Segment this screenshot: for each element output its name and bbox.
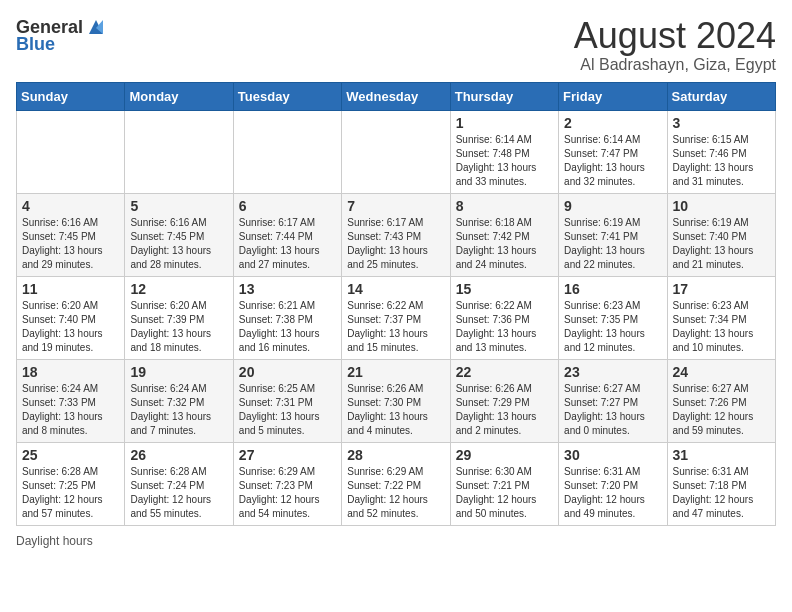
calendar-cell: 14Sunrise: 6:22 AM Sunset: 7:37 PM Dayli…: [342, 276, 450, 359]
calendar-cell: 11Sunrise: 6:20 AM Sunset: 7:40 PM Dayli…: [17, 276, 125, 359]
calendar-cell: 7Sunrise: 6:17 AM Sunset: 7:43 PM Daylig…: [342, 193, 450, 276]
day-number: 4: [22, 198, 119, 214]
day-number: 8: [456, 198, 553, 214]
day-number: 18: [22, 364, 119, 380]
day-number: 25: [22, 447, 119, 463]
calendar-cell: 19Sunrise: 6:24 AM Sunset: 7:32 PM Dayli…: [125, 359, 233, 442]
subtitle: Al Badrashayn, Giza, Egypt: [574, 56, 776, 74]
day-info: Sunrise: 6:25 AM Sunset: 7:31 PM Dayligh…: [239, 382, 336, 438]
day-number: 20: [239, 364, 336, 380]
calendar-cell: 2Sunrise: 6:14 AM Sunset: 7:47 PM Daylig…: [559, 110, 667, 193]
day-number: 5: [130, 198, 227, 214]
calendar-cell: 18Sunrise: 6:24 AM Sunset: 7:33 PM Dayli…: [17, 359, 125, 442]
calendar-cell: 20Sunrise: 6:25 AM Sunset: 7:31 PM Dayli…: [233, 359, 341, 442]
day-header-wednesday: Wednesday: [342, 82, 450, 110]
day-number: 19: [130, 364, 227, 380]
calendar-cell: 17Sunrise: 6:23 AM Sunset: 7:34 PM Dayli…: [667, 276, 775, 359]
day-number: 10: [673, 198, 770, 214]
day-info: Sunrise: 6:24 AM Sunset: 7:32 PM Dayligh…: [130, 382, 227, 438]
day-info: Sunrise: 6:29 AM Sunset: 7:23 PM Dayligh…: [239, 465, 336, 521]
day-info: Sunrise: 6:15 AM Sunset: 7:46 PM Dayligh…: [673, 133, 770, 189]
calendar-week-4: 18Sunrise: 6:24 AM Sunset: 7:33 PM Dayli…: [17, 359, 776, 442]
calendar-week-3: 11Sunrise: 6:20 AM Sunset: 7:40 PM Dayli…: [17, 276, 776, 359]
day-number: 11: [22, 281, 119, 297]
day-info: Sunrise: 6:31 AM Sunset: 7:18 PM Dayligh…: [673, 465, 770, 521]
day-number: 31: [673, 447, 770, 463]
day-header-monday: Monday: [125, 82, 233, 110]
calendar-cell: 28Sunrise: 6:29 AM Sunset: 7:22 PM Dayli…: [342, 442, 450, 525]
day-number: 3: [673, 115, 770, 131]
main-title: August 2024: [574, 16, 776, 56]
day-info: Sunrise: 6:23 AM Sunset: 7:35 PM Dayligh…: [564, 299, 661, 355]
calendar-cell: [17, 110, 125, 193]
day-info: Sunrise: 6:28 AM Sunset: 7:24 PM Dayligh…: [130, 465, 227, 521]
day-info: Sunrise: 6:16 AM Sunset: 7:45 PM Dayligh…: [22, 216, 119, 272]
day-info: Sunrise: 6:17 AM Sunset: 7:43 PM Dayligh…: [347, 216, 444, 272]
day-number: 22: [456, 364, 553, 380]
calendar-cell: [342, 110, 450, 193]
day-number: 15: [456, 281, 553, 297]
day-info: Sunrise: 6:23 AM Sunset: 7:34 PM Dayligh…: [673, 299, 770, 355]
calendar-cell: 10Sunrise: 6:19 AM Sunset: 7:40 PM Dayli…: [667, 193, 775, 276]
logo-blue: Blue: [16, 34, 55, 55]
day-info: Sunrise: 6:17 AM Sunset: 7:44 PM Dayligh…: [239, 216, 336, 272]
calendar-cell: 31Sunrise: 6:31 AM Sunset: 7:18 PM Dayli…: [667, 442, 775, 525]
day-info: Sunrise: 6:20 AM Sunset: 7:40 PM Dayligh…: [22, 299, 119, 355]
logo: General Blue: [16, 16, 107, 55]
calendar-cell: 25Sunrise: 6:28 AM Sunset: 7:25 PM Dayli…: [17, 442, 125, 525]
day-header-friday: Friday: [559, 82, 667, 110]
calendar-week-2: 4Sunrise: 6:16 AM Sunset: 7:45 PM Daylig…: [17, 193, 776, 276]
calendar-cell: 22Sunrise: 6:26 AM Sunset: 7:29 PM Dayli…: [450, 359, 558, 442]
day-info: Sunrise: 6:19 AM Sunset: 7:40 PM Dayligh…: [673, 216, 770, 272]
day-info: Sunrise: 6:22 AM Sunset: 7:36 PM Dayligh…: [456, 299, 553, 355]
calendar-cell: 23Sunrise: 6:27 AM Sunset: 7:27 PM Dayli…: [559, 359, 667, 442]
day-number: 30: [564, 447, 661, 463]
logo-icon: [85, 16, 107, 38]
day-info: Sunrise: 6:22 AM Sunset: 7:37 PM Dayligh…: [347, 299, 444, 355]
calendar-cell: 15Sunrise: 6:22 AM Sunset: 7:36 PM Dayli…: [450, 276, 558, 359]
calendar-cell: 24Sunrise: 6:27 AM Sunset: 7:26 PM Dayli…: [667, 359, 775, 442]
day-info: Sunrise: 6:14 AM Sunset: 7:47 PM Dayligh…: [564, 133, 661, 189]
calendar-cell: 1Sunrise: 6:14 AM Sunset: 7:48 PM Daylig…: [450, 110, 558, 193]
day-header-sunday: Sunday: [17, 82, 125, 110]
day-number: 12: [130, 281, 227, 297]
day-info: Sunrise: 6:16 AM Sunset: 7:45 PM Dayligh…: [130, 216, 227, 272]
calendar-cell: [233, 110, 341, 193]
calendar-cell: 29Sunrise: 6:30 AM Sunset: 7:21 PM Dayli…: [450, 442, 558, 525]
calendar-cell: 12Sunrise: 6:20 AM Sunset: 7:39 PM Dayli…: [125, 276, 233, 359]
calendar-cell: 30Sunrise: 6:31 AM Sunset: 7:20 PM Dayli…: [559, 442, 667, 525]
day-number: 17: [673, 281, 770, 297]
calendar-cell: 26Sunrise: 6:28 AM Sunset: 7:24 PM Dayli…: [125, 442, 233, 525]
day-info: Sunrise: 6:20 AM Sunset: 7:39 PM Dayligh…: [130, 299, 227, 355]
day-number: 24: [673, 364, 770, 380]
calendar-cell: 3Sunrise: 6:15 AM Sunset: 7:46 PM Daylig…: [667, 110, 775, 193]
day-number: 26: [130, 447, 227, 463]
day-number: 14: [347, 281, 444, 297]
day-info: Sunrise: 6:27 AM Sunset: 7:27 PM Dayligh…: [564, 382, 661, 438]
day-number: 16: [564, 281, 661, 297]
day-info: Sunrise: 6:28 AM Sunset: 7:25 PM Dayligh…: [22, 465, 119, 521]
day-number: 29: [456, 447, 553, 463]
day-info: Sunrise: 6:31 AM Sunset: 7:20 PM Dayligh…: [564, 465, 661, 521]
page-header: General Blue August 2024 Al Badrashayn, …: [16, 16, 776, 74]
calendar-cell: 16Sunrise: 6:23 AM Sunset: 7:35 PM Dayli…: [559, 276, 667, 359]
day-header-saturday: Saturday: [667, 82, 775, 110]
day-info: Sunrise: 6:26 AM Sunset: 7:30 PM Dayligh…: [347, 382, 444, 438]
calendar-cell: 5Sunrise: 6:16 AM Sunset: 7:45 PM Daylig…: [125, 193, 233, 276]
day-header-tuesday: Tuesday: [233, 82, 341, 110]
day-info: Sunrise: 6:27 AM Sunset: 7:26 PM Dayligh…: [673, 382, 770, 438]
day-number: 1: [456, 115, 553, 131]
day-info: Sunrise: 6:21 AM Sunset: 7:38 PM Dayligh…: [239, 299, 336, 355]
day-header-thursday: Thursday: [450, 82, 558, 110]
calendar-cell: 6Sunrise: 6:17 AM Sunset: 7:44 PM Daylig…: [233, 193, 341, 276]
day-number: 7: [347, 198, 444, 214]
calendar-week-1: 1Sunrise: 6:14 AM Sunset: 7:48 PM Daylig…: [17, 110, 776, 193]
calendar-cell: 21Sunrise: 6:26 AM Sunset: 7:30 PM Dayli…: [342, 359, 450, 442]
day-number: 9: [564, 198, 661, 214]
day-number: 28: [347, 447, 444, 463]
title-block: August 2024 Al Badrashayn, Giza, Egypt: [574, 16, 776, 74]
day-number: 6: [239, 198, 336, 214]
calendar-table: SundayMondayTuesdayWednesdayThursdayFrid…: [16, 82, 776, 526]
day-info: Sunrise: 6:24 AM Sunset: 7:33 PM Dayligh…: [22, 382, 119, 438]
footer-note: Daylight hours: [16, 534, 776, 548]
